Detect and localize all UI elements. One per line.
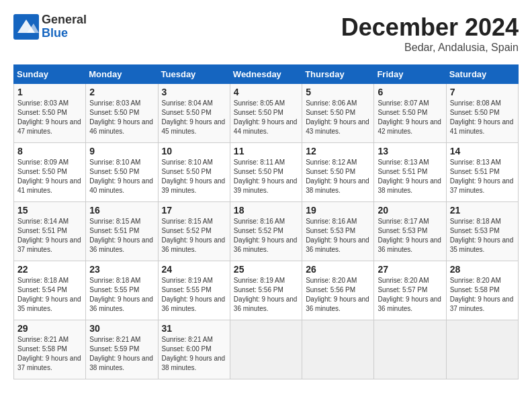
empty-cell: [230, 320, 302, 379]
table-row: 22 Sunrise: 8:18 AM Sunset: 5:54 PM Dayl…: [14, 261, 86, 320]
table-row: 17 Sunrise: 8:15 AM Sunset: 5:52 PM Dayl…: [158, 202, 230, 261]
header-monday: Monday: [86, 65, 158, 84]
empty-cell: [374, 320, 446, 379]
table-row: 18 Sunrise: 8:16 AM Sunset: 5:52 PM Dayl…: [230, 202, 302, 261]
table-row: 10 Sunrise: 8:10 AM Sunset: 5:50 PM Dayl…: [158, 143, 230, 202]
table-row: 9 Sunrise: 8:10 AM Sunset: 5:50 PM Dayli…: [86, 143, 158, 202]
location-subtitle: Bedar, Andalusia, Spain: [341, 42, 519, 54]
logo: General Blue: [13, 13, 87, 40]
table-row: 31 Sunrise: 8:21 AM Sunset: 6:00 PM Dayl…: [158, 320, 230, 379]
logo-general: General: [42, 13, 87, 27]
table-row: 2 Sunrise: 8:03 AM Sunset: 5:50 PM Dayli…: [86, 84, 158, 143]
week-row-5: 29 Sunrise: 8:21 AM Sunset: 5:58 PM Dayl…: [14, 320, 519, 379]
week-row-2: 8 Sunrise: 8:09 AM Sunset: 5:50 PM Dayli…: [14, 143, 519, 202]
logo-icon: [13, 14, 39, 40]
table-row: 3 Sunrise: 8:04 AM Sunset: 5:50 PM Dayli…: [158, 84, 230, 143]
table-row: 11 Sunrise: 8:11 AM Sunset: 5:50 PM Dayl…: [230, 143, 302, 202]
table-row: 16 Sunrise: 8:15 AM Sunset: 5:51 PM Dayl…: [86, 202, 158, 261]
table-row: 29 Sunrise: 8:21 AM Sunset: 5:58 PM Dayl…: [14, 320, 86, 379]
header-wednesday: Wednesday: [230, 65, 302, 84]
table-row: 5 Sunrise: 8:06 AM Sunset: 5:50 PM Dayli…: [302, 84, 374, 143]
header-thursday: Thursday: [302, 65, 374, 84]
table-row: 24 Sunrise: 8:19 AM Sunset: 5:55 PM Dayl…: [158, 261, 230, 320]
table-row: 21 Sunrise: 8:18 AM Sunset: 5:53 PM Dayl…: [446, 202, 518, 261]
header-tuesday: Tuesday: [158, 65, 230, 84]
calendar-table: Sunday Monday Tuesday Wednesday Thursday…: [13, 64, 519, 379]
logo-blue: Blue: [42, 27, 87, 40]
table-row: 20 Sunrise: 8:17 AM Sunset: 5:53 PM Dayl…: [374, 202, 446, 261]
header-saturday: Saturday: [446, 65, 518, 84]
table-row: 30 Sunrise: 8:21 AM Sunset: 5:59 PM Dayl…: [86, 320, 158, 379]
table-row: 19 Sunrise: 8:16 AM Sunset: 5:53 PM Dayl…: [302, 202, 374, 261]
table-row: 27 Sunrise: 8:20 AM Sunset: 5:57 PM Dayl…: [374, 261, 446, 320]
page-header: General Blue December 2024 Bedar, Andalu…: [13, 13, 519, 54]
table-row: 14 Sunrise: 8:13 AM Sunset: 5:51 PM Dayl…: [446, 143, 518, 202]
empty-cell: [302, 320, 374, 379]
calendar-header-row: Sunday Monday Tuesday Wednesday Thursday…: [14, 65, 519, 84]
header-friday: Friday: [374, 65, 446, 84]
table-row: 7 Sunrise: 8:08 AM Sunset: 5:50 PM Dayli…: [446, 84, 518, 143]
table-row: 13 Sunrise: 8:13 AM Sunset: 5:51 PM Dayl…: [374, 143, 446, 202]
empty-cell: [446, 320, 518, 379]
table-row: 4 Sunrise: 8:05 AM Sunset: 5:50 PM Dayli…: [230, 84, 302, 143]
table-row: 23 Sunrise: 8:18 AM Sunset: 5:55 PM Dayl…: [86, 261, 158, 320]
week-row-3: 15 Sunrise: 8:14 AM Sunset: 5:51 PM Dayl…: [14, 202, 519, 261]
table-row: 25 Sunrise: 8:19 AM Sunset: 5:56 PM Dayl…: [230, 261, 302, 320]
table-row: 8 Sunrise: 8:09 AM Sunset: 5:50 PM Dayli…: [14, 143, 86, 202]
table-row: 26 Sunrise: 8:20 AM Sunset: 5:56 PM Dayl…: [302, 261, 374, 320]
table-row: 12 Sunrise: 8:12 AM Sunset: 5:50 PM Dayl…: [302, 143, 374, 202]
week-row-4: 22 Sunrise: 8:18 AM Sunset: 5:54 PM Dayl…: [14, 261, 519, 320]
table-row: 15 Sunrise: 8:14 AM Sunset: 5:51 PM Dayl…: [14, 202, 86, 261]
month-year-title: December 2024: [341, 13, 519, 42]
table-row: 1 Sunrise: 8:03 AM Sunset: 5:50 PM Dayli…: [14, 84, 86, 143]
week-row-1: 1 Sunrise: 8:03 AM Sunset: 5:50 PM Dayli…: [14, 84, 519, 143]
header-sunday: Sunday: [14, 65, 86, 84]
table-row: 28 Sunrise: 8:20 AM Sunset: 5:58 PM Dayl…: [446, 261, 518, 320]
title-block: December 2024 Bedar, Andalusia, Spain: [341, 13, 519, 54]
table-row: 6 Sunrise: 8:07 AM Sunset: 5:50 PM Dayli…: [374, 84, 446, 143]
